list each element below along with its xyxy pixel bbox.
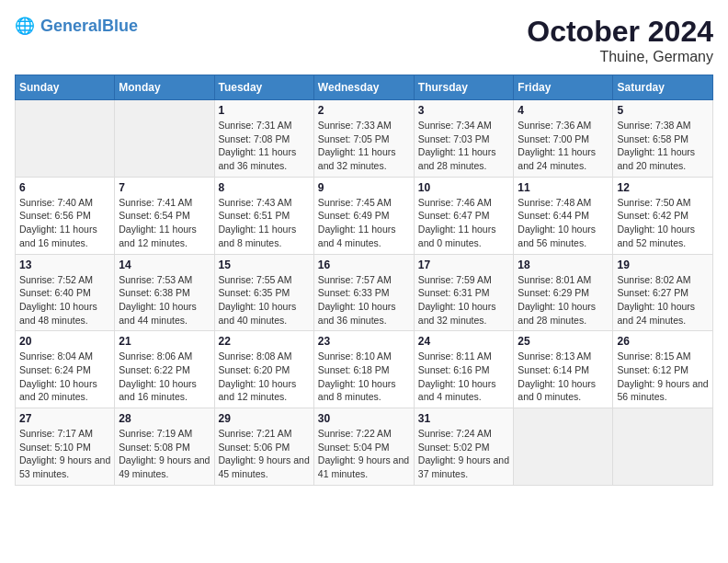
day-number: 14 — [119, 259, 210, 271]
day-cell: 18Sunrise: 8:01 AMSunset: 6:29 PMDayligh… — [514, 254, 613, 331]
day-info: Sunrise: 7:38 AMSunset: 6:58 PMDaylight:… — [617, 119, 709, 173]
day-info: Sunrise: 8:01 AMSunset: 6:29 PMDaylight:… — [518, 273, 609, 327]
day-cell: 28Sunrise: 7:19 AMSunset: 5:08 PMDayligh… — [115, 408, 214, 486]
day-info: Sunrise: 7:55 AMSunset: 6:35 PMDaylight:… — [219, 273, 310, 327]
logo: 🌐 GeneralBlue — [15, 15, 138, 37]
column-header-friday: Friday — [514, 75, 613, 100]
day-info: Sunrise: 7:33 AMSunset: 7:05 PMDaylight:… — [318, 119, 410, 173]
day-number: 6 — [19, 181, 110, 194]
day-number: 16 — [318, 259, 410, 271]
day-cell — [613, 408, 713, 486]
day-number: 27 — [19, 412, 110, 425]
day-number: 31 — [418, 412, 510, 425]
column-header-tuesday: Tuesday — [214, 75, 313, 100]
day-cell — [514, 408, 613, 486]
day-info: Sunrise: 7:43 AMSunset: 6:51 PMDaylight:… — [219, 196, 310, 250]
day-number: 15 — [219, 259, 310, 271]
day-number: 11 — [518, 181, 609, 194]
day-number: 26 — [617, 335, 709, 348]
day-cell: 25Sunrise: 8:13 AMSunset: 6:14 PMDayligh… — [514, 331, 613, 408]
day-cell: 30Sunrise: 7:22 AMSunset: 5:04 PMDayligh… — [313, 408, 414, 486]
day-info: Sunrise: 8:02 AMSunset: 6:27 PMDaylight:… — [617, 273, 709, 327]
day-cell: 10Sunrise: 7:46 AMSunset: 6:47 PMDayligh… — [414, 177, 514, 254]
day-number: 10 — [418, 181, 510, 194]
day-cell: 17Sunrise: 7:59 AMSunset: 6:31 PMDayligh… — [414, 254, 514, 331]
column-header-saturday: Saturday — [613, 75, 713, 100]
day-cell: 4Sunrise: 7:36 AMSunset: 7:00 PMDaylight… — [514, 100, 613, 178]
day-number: 13 — [19, 259, 110, 271]
day-info: Sunrise: 7:22 AMSunset: 5:04 PMDaylight:… — [318, 427, 410, 481]
day-cell: 1Sunrise: 7:31 AMSunset: 7:08 PMDaylight… — [214, 100, 313, 178]
day-info: Sunrise: 7:34 AMSunset: 7:03 PMDaylight:… — [418, 119, 510, 173]
day-info: Sunrise: 8:13 AMSunset: 6:14 PMDaylight:… — [518, 350, 609, 404]
day-cell: 2Sunrise: 7:33 AMSunset: 7:05 PMDaylight… — [313, 100, 414, 178]
day-cell: 5Sunrise: 7:38 AMSunset: 6:58 PMDaylight… — [613, 100, 713, 178]
day-number: 8 — [219, 181, 310, 194]
week-row-1: 1Sunrise: 7:31 AMSunset: 7:08 PMDaylight… — [16, 100, 713, 178]
day-number: 7 — [119, 181, 210, 194]
day-number: 9 — [318, 181, 410, 194]
column-header-thursday: Thursday — [414, 75, 514, 100]
day-cell: 22Sunrise: 8:08 AMSunset: 6:20 PMDayligh… — [214, 331, 313, 408]
day-info: Sunrise: 8:04 AMSunset: 6:24 PMDaylight:… — [19, 350, 110, 404]
day-info: Sunrise: 7:40 AMSunset: 6:56 PMDaylight:… — [19, 196, 110, 250]
day-cell — [115, 100, 214, 178]
day-number: 17 — [418, 259, 510, 271]
day-number: 28 — [119, 412, 210, 425]
day-cell: 9Sunrise: 7:45 AMSunset: 6:49 PMDaylight… — [313, 177, 414, 254]
day-cell: 14Sunrise: 7:53 AMSunset: 6:38 PMDayligh… — [115, 254, 214, 331]
column-header-monday: Monday — [115, 75, 214, 100]
day-cell: 6Sunrise: 7:40 AMSunset: 6:56 PMDaylight… — [16, 177, 115, 254]
day-number: 12 — [617, 181, 709, 194]
day-number: 24 — [418, 335, 510, 348]
day-info: Sunrise: 7:50 AMSunset: 6:42 PMDaylight:… — [617, 196, 709, 250]
month-title: October 2024 — [527, 15, 713, 49]
day-number: 29 — [219, 412, 310, 425]
day-cell: 31Sunrise: 7:24 AMSunset: 5:02 PMDayligh… — [414, 408, 514, 486]
day-cell: 24Sunrise: 8:11 AMSunset: 6:16 PMDayligh… — [414, 331, 514, 408]
day-info: Sunrise: 7:21 AMSunset: 5:06 PMDaylight:… — [219, 427, 310, 481]
day-info: Sunrise: 7:57 AMSunset: 6:33 PMDaylight:… — [318, 273, 410, 327]
logo-general: General — [40, 17, 102, 35]
day-info: Sunrise: 7:52 AMSunset: 6:40 PMDaylight:… — [19, 273, 110, 327]
svg-text:🌐: 🌐 — [15, 16, 35, 36]
day-cell: 3Sunrise: 7:34 AMSunset: 7:03 PMDaylight… — [414, 100, 514, 178]
day-cell: 11Sunrise: 7:48 AMSunset: 6:44 PMDayligh… — [514, 177, 613, 254]
day-cell: 15Sunrise: 7:55 AMSunset: 6:35 PMDayligh… — [214, 254, 313, 331]
day-cell: 26Sunrise: 8:15 AMSunset: 6:12 PMDayligh… — [613, 331, 713, 408]
day-cell: 16Sunrise: 7:57 AMSunset: 6:33 PMDayligh… — [313, 254, 414, 331]
day-info: Sunrise: 7:36 AMSunset: 7:00 PMDaylight:… — [518, 119, 609, 173]
day-cell: 7Sunrise: 7:41 AMSunset: 6:54 PMDaylight… — [115, 177, 214, 254]
day-cell: 12Sunrise: 7:50 AMSunset: 6:42 PMDayligh… — [613, 177, 713, 254]
day-info: Sunrise: 8:11 AMSunset: 6:16 PMDaylight:… — [418, 350, 510, 404]
day-info: Sunrise: 7:41 AMSunset: 6:54 PMDaylight:… — [119, 196, 210, 250]
day-number: 25 — [518, 335, 609, 348]
day-cell: 19Sunrise: 8:02 AMSunset: 6:27 PMDayligh… — [613, 254, 713, 331]
day-number: 22 — [219, 335, 310, 348]
day-number: 19 — [617, 259, 709, 271]
column-header-wednesday: Wednesday — [313, 75, 414, 100]
column-header-sunday: Sunday — [16, 75, 115, 100]
day-number: 2 — [318, 104, 410, 117]
day-info: Sunrise: 8:06 AMSunset: 6:22 PMDaylight:… — [119, 350, 210, 404]
day-number: 18 — [518, 259, 609, 271]
day-number: 5 — [617, 104, 709, 117]
day-cell: 8Sunrise: 7:43 AMSunset: 6:51 PMDaylight… — [214, 177, 313, 254]
calendar-table: SundayMondayTuesdayWednesdayThursdayFrid… — [15, 75, 713, 486]
title-block: October 2024 Thuine, Germany — [527, 15, 713, 65]
day-info: Sunrise: 7:24 AMSunset: 5:02 PMDaylight:… — [418, 427, 510, 481]
day-cell: 27Sunrise: 7:17 AMSunset: 5:10 PMDayligh… — [16, 408, 115, 486]
day-info: Sunrise: 8:08 AMSunset: 6:20 PMDaylight:… — [219, 350, 310, 404]
page-header: 🌐 GeneralBlue October 2024 Thuine, Germa… — [15, 15, 713, 65]
day-info: Sunrise: 7:46 AMSunset: 6:47 PMDaylight:… — [418, 196, 510, 250]
day-info: Sunrise: 7:31 AMSunset: 7:08 PMDaylight:… — [219, 119, 310, 173]
day-cell: 23Sunrise: 8:10 AMSunset: 6:18 PMDayligh… — [313, 331, 414, 408]
day-number: 23 — [318, 335, 410, 348]
day-info: Sunrise: 7:59 AMSunset: 6:31 PMDaylight:… — [418, 273, 510, 327]
day-number: 20 — [19, 335, 110, 348]
day-info: Sunrise: 7:19 AMSunset: 5:08 PMDaylight:… — [119, 427, 210, 481]
week-row-3: 13Sunrise: 7:52 AMSunset: 6:40 PMDayligh… — [16, 254, 713, 331]
day-number: 1 — [219, 104, 310, 117]
day-info: Sunrise: 7:45 AMSunset: 6:49 PMDaylight:… — [318, 196, 410, 250]
location: Thuine, Germany — [527, 49, 713, 65]
